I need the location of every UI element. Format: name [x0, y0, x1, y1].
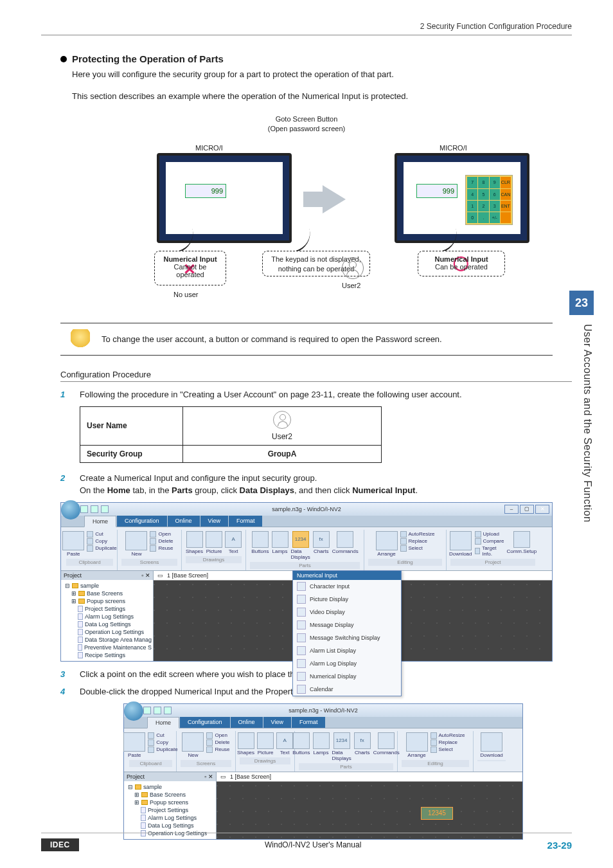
- dropdown-item[interactable]: Picture Display: [293, 593, 401, 606]
- arrange-icon[interactable]: [406, 732, 428, 752]
- download-icon[interactable]: [450, 531, 472, 550]
- tree-node[interactable]: Data Storage Area Manag: [62, 636, 152, 644]
- tree-node[interactable]: Project Settings: [62, 605, 152, 613]
- dropdown-item[interactable]: Video Display: [293, 606, 401, 619]
- tree-node[interactable]: Alarm Log Settings: [62, 613, 152, 620]
- charts-icon[interactable]: fx: [313, 531, 330, 548]
- text-icon[interactable]: A: [225, 531, 242, 548]
- copy-icon[interactable]: [87, 538, 93, 545]
- app-orb-icon[interactable]: [124, 701, 143, 721]
- dropdown-item[interactable]: Alarm List Display: [293, 644, 401, 657]
- qat-icon[interactable]: [91, 505, 98, 513]
- replace-icon[interactable]: [431, 739, 437, 746]
- placed-numerical-input[interactable]: 12345: [421, 807, 453, 820]
- app-orb-icon[interactable]: [61, 500, 80, 520]
- comm-setup-icon[interactable]: [513, 531, 530, 548]
- dropdown-item[interactable]: Numerical Display: [293, 670, 401, 683]
- canvas-header: ▭1 [Base Screen]: [217, 772, 522, 782]
- buttons-icon[interactable]: [252, 531, 269, 548]
- ribbon-tab[interactable]: Home: [84, 516, 116, 527]
- dropdown-item[interactable]: Character Input: [293, 580, 401, 593]
- text-icon[interactable]: A: [276, 732, 293, 749]
- copy-icon[interactable]: [148, 739, 154, 746]
- duplicate-icon[interactable]: [87, 545, 93, 552]
- ribbon-tab[interactable]: View: [263, 717, 291, 728]
- charts-icon[interactable]: fx: [354, 732, 371, 749]
- maximize-button[interactable]: ▢: [520, 505, 534, 514]
- tree-node[interactable]: ⊞ Base Screens: [62, 590, 152, 597]
- ribbon-tab[interactable]: Format: [229, 516, 263, 527]
- commands-icon[interactable]: [378, 732, 395, 749]
- new-icon[interactable]: [125, 531, 147, 550]
- shapes-icon[interactable]: [238, 732, 254, 749]
- dropdown-item[interactable]: Message Display: [293, 619, 401, 631]
- new-icon[interactable]: [182, 732, 204, 752]
- tree-node[interactable]: ⊞ Base Screens: [125, 791, 215, 799]
- qat-icon[interactable]: [164, 707, 172, 714]
- picture-icon[interactable]: [206, 531, 222, 548]
- autoresize-icon[interactable]: [400, 531, 407, 538]
- target-icon[interactable]: [475, 548, 481, 554]
- open-icon[interactable]: [206, 732, 213, 739]
- qat-icon[interactable]: [143, 707, 151, 714]
- shapes-icon[interactable]: [186, 531, 203, 548]
- data-displays-button[interactable]: 1234: [292, 531, 309, 548]
- tree-node[interactable]: Recipe Settings: [62, 651, 152, 659]
- lamps-icon[interactable]: [313, 732, 330, 749]
- download-icon[interactable]: [481, 732, 502, 752]
- lamps-icon[interactable]: [272, 531, 289, 548]
- tree-node[interactable]: Preventive Maintenance S: [62, 644, 152, 651]
- tree-root[interactable]: ⊟ sample: [125, 783, 215, 791]
- paste-icon[interactable]: [123, 732, 145, 752]
- tree-node[interactable]: Alarm Log Settings: [125, 814, 215, 822]
- duplicate-icon[interactable]: [148, 746, 154, 753]
- step-number: 3: [60, 668, 71, 681]
- close-button[interactable]: ✕: [535, 505, 549, 514]
- project-pane-header: Project▫ ✕: [61, 571, 153, 580]
- tree-node[interactable]: Project Settings: [125, 806, 215, 814]
- ribbon-tab[interactable]: View: [200, 516, 228, 527]
- select-icon[interactable]: [400, 545, 407, 552]
- cut-icon[interactable]: [148, 732, 154, 739]
- ribbon-tab[interactable]: Home: [147, 717, 179, 728]
- autoresize-icon[interactable]: [431, 732, 437, 739]
- window-title: sample.n3g - WindO/I-NV2: [272, 506, 341, 512]
- reuse-icon[interactable]: [150, 545, 156, 552]
- ribbon-tab[interactable]: Format: [292, 717, 326, 728]
- tree-root[interactable]: ⊟ sample: [62, 582, 152, 590]
- paste-icon[interactable]: [62, 531, 84, 550]
- delete-icon[interactable]: [150, 538, 156, 545]
- dropdown-item[interactable]: Alarm Log Display: [293, 657, 401, 670]
- lightbulb-icon: [71, 329, 90, 351]
- data-displays-button[interactable]: 1234: [333, 732, 350, 749]
- cut-icon[interactable]: [87, 531, 93, 538]
- ribbon-tab[interactable]: Online: [231, 717, 263, 728]
- arrange-icon[interactable]: [376, 531, 398, 550]
- picture-icon[interactable]: [257, 732, 274, 749]
- qat-icon[interactable]: [101, 505, 109, 513]
- delete-icon[interactable]: [206, 739, 213, 746]
- tree-node[interactable]: Operation Log Settings: [62, 628, 152, 636]
- tree-node[interactable]: Data Log Settings: [125, 822, 215, 829]
- upload-icon[interactable]: [475, 531, 481, 538]
- qat-icon[interactable]: [80, 505, 88, 513]
- ribbon-tab[interactable]: Configuration: [180, 717, 230, 728]
- ribbon-tab[interactable]: Online: [168, 516, 200, 527]
- ribbon-tab[interactable]: Configuration: [117, 516, 167, 527]
- select-icon[interactable]: [431, 746, 437, 753]
- reuse-icon[interactable]: [206, 746, 213, 753]
- replace-icon[interactable]: [400, 538, 407, 545]
- qat-icon[interactable]: [154, 707, 161, 714]
- dropdown-item[interactable]: Message Switching Display: [293, 631, 401, 644]
- compare-icon[interactable]: [475, 538, 481, 545]
- commands-icon[interactable]: [337, 531, 353, 548]
- buttons-icon[interactable]: [293, 732, 310, 749]
- minimize-button[interactable]: –: [504, 505, 519, 514]
- intro-line-1: Here you will configure the security gro…: [72, 68, 572, 81]
- keypad-key: CAN: [501, 189, 511, 200]
- tree-node[interactable]: Data Log Settings: [62, 620, 152, 628]
- open-icon[interactable]: [150, 531, 156, 538]
- tree-node[interactable]: ⊞ Popup screens: [62, 597, 152, 605]
- tree-node[interactable]: ⊞ Popup screens: [125, 799, 215, 806]
- dropdown-item[interactable]: Calendar: [293, 683, 401, 696]
